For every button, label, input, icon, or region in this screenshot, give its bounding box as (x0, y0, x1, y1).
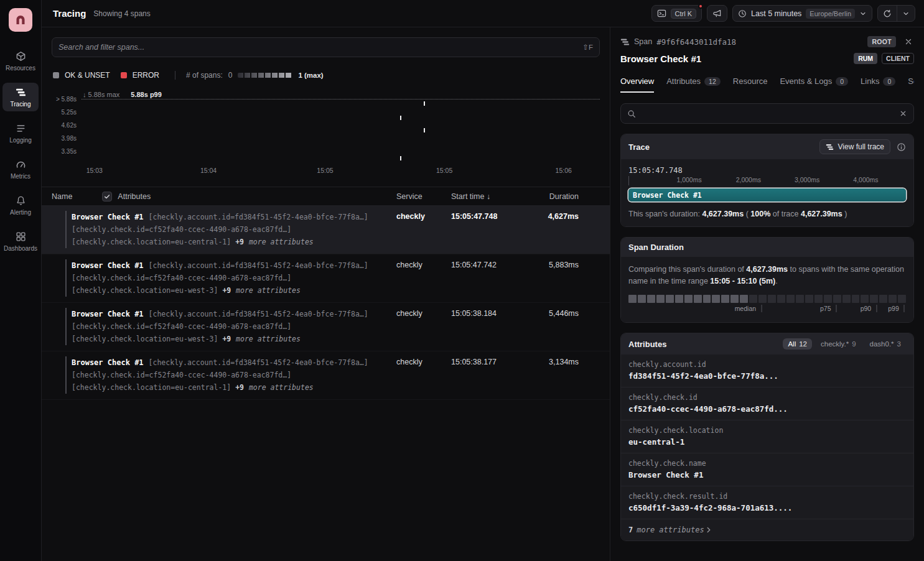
refresh-button[interactable] (878, 6, 897, 21)
tab-attributes[interactable]: Attributes12 (666, 76, 721, 93)
bell-icon (16, 195, 26, 206)
command-palette-button[interactable]: Ctrl K (651, 5, 702, 22)
attributes-column-header: Attributes (118, 192, 151, 201)
span-search-bar: ⇧F (52, 37, 600, 57)
refresh-controls (877, 5, 915, 22)
density-gradient (238, 73, 292, 78)
ok-status-swatch (53, 72, 59, 78)
filter-checkly[interactable]: checkly.*9 (816, 338, 861, 350)
start-time-cell: 15:05:47.742 (451, 259, 529, 269)
refresh-options-button[interactable] (897, 6, 915, 21)
max-duration-label: 5.88s max (88, 91, 120, 98)
span-name: Browser Check #1 (72, 213, 144, 221)
span-duration-section-title: Span Duration (628, 243, 684, 252)
tab-events-logs[interactable]: Events & Logs0 (780, 76, 848, 93)
refresh-icon (883, 9, 892, 18)
sidebar-item-label: Metrics (11, 173, 30, 180)
table-row[interactable]: Browser Check #1[checkly.account.id=fd38… (42, 303, 610, 351)
attributes-checkbox[interactable] (102, 192, 112, 202)
table-row[interactable]: Browser Check #1[checkly.account.id=fd38… (42, 206, 610, 254)
detail-tabs: Overview Attributes12 Resource Events & … (620, 76, 914, 93)
tab-links[interactable]: Links0 (861, 76, 895, 93)
close-icon (904, 37, 913, 46)
feedback-button[interactable] (707, 5, 727, 22)
attribute-row[interactable]: checkly.check.location eu-central-1 (621, 420, 913, 453)
more-attributes-link[interactable]: +9 more attributes (235, 237, 314, 246)
sidebar-item-metrics[interactable]: Metrics (2, 155, 39, 183)
x-axis-labels: 15:03 15:04 15:05 15:05 15:06 (82, 167, 600, 178)
span-name: Browser Check #1 (72, 310, 144, 318)
time-range-label: Last 5 minutes (751, 9, 801, 18)
sidebar-item-label: Dashboards (4, 245, 37, 252)
trace-span-bar[interactable]: Browser Check #1 (628, 188, 906, 202)
span-detail-panel: Span #9f6f6443011dfa18 ROOT Browser Chec… (610, 27, 924, 561)
clear-search-icon[interactable] (899, 109, 907, 118)
chevron-down-icon (859, 10, 867, 17)
view-full-trace-button[interactable]: View full trace (819, 139, 890, 154)
name-column-header: Name (52, 192, 72, 201)
duration-cell: 5,446ms (529, 308, 579, 318)
sort-descending-icon: ↓ (487, 192, 490, 201)
notification-dot (698, 4, 703, 9)
table-row[interactable]: Browser Check #1[checkly.account.id=fd38… (42, 351, 610, 400)
sidebar-item-alerting[interactable]: Alerting (2, 191, 39, 220)
sidebar: Resources Tracing Logging Metrics Alerti… (0, 0, 42, 561)
time-range-picker[interactable]: Last 5 minutes Europe/Berlin (732, 5, 872, 22)
root-badge: ROOT (867, 36, 896, 47)
filter-dash0[interactable]: dash0.*3 (865, 338, 906, 350)
sidebar-item-label: Tracing (11, 101, 31, 108)
detail-search-input[interactable] (641, 109, 894, 118)
scatter-plot[interactable] (82, 99, 600, 164)
service-column-header: Service (396, 192, 451, 201)
sidebar-item-resources[interactable]: Resources (2, 47, 39, 75)
error-legend-label: ERROR (133, 71, 159, 80)
sidebar-item-logging[interactable]: Logging (2, 119, 39, 147)
more-attributes-link[interactable]: +9 more attributes (235, 382, 314, 392)
p99-duration-label: 5.88s p99 (131, 91, 162, 98)
attribute-value: eu-central-1 (628, 437, 906, 447)
sidebar-item-tracing[interactable]: Tracing (2, 83, 39, 111)
attribute-row[interactable]: checkly.check.name Browser Check #1 (621, 453, 913, 486)
span-title: Browser Check #1 (620, 53, 701, 64)
attribute-row[interactable]: checkly.account.id fd384f51-45f2-4ea0-bf… (621, 355, 913, 387)
span-id: #9f6f6443011dfa18 (656, 37, 736, 47)
dash0-logo-icon (13, 12, 28, 27)
duration-cell: 3,134ms (529, 356, 579, 366)
spans-count-label: # of spans: (186, 71, 223, 80)
ok-legend-label: OK & UNSET (65, 71, 110, 80)
more-attributes-link[interactable]: +9 more attributes (222, 285, 301, 295)
more-attributes-button[interactable]: 7more attributes (621, 519, 913, 540)
service-cell: checkly (396, 356, 451, 366)
chart-annotations: ↓ 5.88s max 5.88s p99 (82, 90, 600, 99)
filter-all[interactable]: All12 (783, 338, 812, 350)
timezone-badge: Europe/Berlin (806, 9, 855, 19)
more-attributes-link[interactable]: +9 more attributes (222, 334, 301, 343)
close-panel-button[interactable] (903, 36, 914, 47)
sidebar-item-label: Logging (9, 137, 32, 144)
attribute-row[interactable]: checkly.check.id cf52fa40-ccec-4490-a678… (621, 387, 913, 420)
tab-resource[interactable]: Resource (733, 76, 768, 93)
chevron-right-icon (704, 526, 713, 534)
attribute-value: cf52fa40-ccec-4490-a678-eac87fd... (628, 404, 906, 414)
tab-source[interactable]: Sour (908, 76, 914, 93)
arrow-down-icon: ↓ (83, 91, 86, 98)
tab-count-badge: 0 (883, 77, 895, 86)
page-title: Tracing (53, 8, 86, 19)
logging-icon (16, 123, 26, 134)
span-label: Span (634, 37, 652, 46)
table-row[interactable]: Browser Check #1[checkly.account.id=fd38… (42, 254, 610, 303)
sidebar-item-dashboards[interactable]: Dashboards (2, 227, 39, 256)
chart-legend: OK & UNSET ERROR # of spans: 0 1 (max) (53, 71, 599, 80)
attribute-row[interactable]: checkly.check.result.id c650df1f-3a39-4f… (621, 486, 913, 519)
info-icon[interactable] (897, 142, 906, 152)
span-name: Browser Check #1 (72, 261, 144, 270)
start-time-cell: 15:05:38.184 (451, 308, 529, 318)
tab-overview[interactable]: Overview (620, 76, 654, 93)
sidebar-nav: Resources Tracing Logging Metrics Alerti… (0, 47, 41, 256)
attribute-key: checkly.check.result.id (628, 492, 906, 501)
duration-histogram (628, 295, 906, 303)
app-logo[interactable] (9, 8, 32, 32)
start-time-column-header[interactable]: Start time ↓ (451, 192, 529, 201)
span-search-input[interactable] (58, 43, 577, 52)
duration-cell: 4,627ms (529, 211, 579, 221)
